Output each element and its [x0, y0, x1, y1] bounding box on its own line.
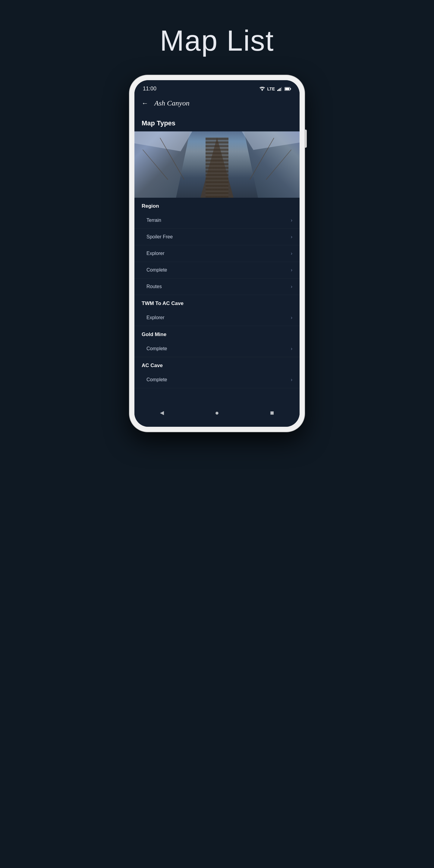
network-label: LTE: [267, 87, 275, 91]
section-twm-to-ac-cave: TWM To AC Cave Explorer ›: [134, 295, 300, 326]
phone-screen: 11:00 LTE: [134, 80, 300, 427]
list-item-complete-gold[interactable]: Complete ›: [134, 341, 300, 357]
wifi-icon: [259, 87, 265, 91]
list-item-routes[interactable]: Routes ›: [134, 278, 300, 295]
list-item-complete-ac[interactable]: Complete ›: [134, 372, 300, 388]
section-gold-mine: Gold Mine Complete ›: [134, 326, 300, 357]
nav-recents-button[interactable]: ■: [266, 406, 279, 420]
status-time: 11:00: [143, 86, 156, 92]
chevron-icon: ›: [291, 315, 292, 320]
svg-marker-0: [261, 89, 264, 91]
app-header: ← Ash Canyon: [134, 95, 300, 113]
battery-icon: [284, 87, 291, 91]
svg-rect-2: [278, 89, 279, 91]
chevron-icon: ›: [291, 284, 292, 289]
chevron-icon: ›: [291, 234, 292, 240]
chevron-icon: ›: [291, 346, 292, 351]
phone-device: 11:00 LTE: [130, 75, 304, 432]
section-label-region: Region: [134, 198, 300, 212]
svg-rect-7: [290, 88, 291, 90]
signal-icon: [277, 87, 282, 91]
section-label-gold-mine: Gold Mine: [134, 326, 300, 341]
nav-home-button[interactable]: ●: [210, 406, 224, 420]
chevron-icon: ›: [291, 218, 292, 223]
status-bar: 11:00 LTE: [134, 80, 300, 95]
spacer: [134, 388, 300, 400]
back-button[interactable]: ←: [142, 99, 148, 107]
list-item-explorer[interactable]: Explorer ›: [134, 245, 300, 262]
section-label-ac-cave: AC Cave: [134, 357, 300, 372]
map-types-heading: Map Types: [134, 113, 300, 131]
chevron-icon: ›: [291, 267, 292, 273]
map-image: [134, 131, 300, 198]
header-title: Ash Canyon: [154, 99, 190, 107]
nav-back-button[interactable]: ◄: [155, 406, 168, 420]
list-item-explorer-twm[interactable]: Explorer ›: [134, 310, 300, 326]
section-label-twm: TWM To AC Cave: [134, 295, 300, 310]
list-item-complete[interactable]: Complete ›: [134, 262, 300, 278]
svg-rect-3: [280, 88, 281, 91]
status-icons: LTE: [259, 87, 291, 91]
chevron-icon: ›: [291, 251, 292, 256]
svg-rect-4: [281, 87, 282, 91]
phone-side-button: [304, 130, 307, 148]
list-item-spoiler-free[interactable]: Spoiler Free ›: [134, 229, 300, 245]
svg-rect-6: [285, 88, 289, 90]
bottom-nav: ◄ ● ■: [134, 400, 300, 427]
svg-rect-1: [277, 90, 278, 91]
chevron-icon: ›: [291, 377, 292, 382]
list-item-terrain[interactable]: Terrain ›: [134, 212, 300, 229]
page-title: Map List: [160, 24, 274, 57]
section-ac-cave: AC Cave Complete ›: [134, 357, 300, 388]
section-region: Region Terrain › Spoiler Free › Explorer…: [134, 198, 300, 295]
